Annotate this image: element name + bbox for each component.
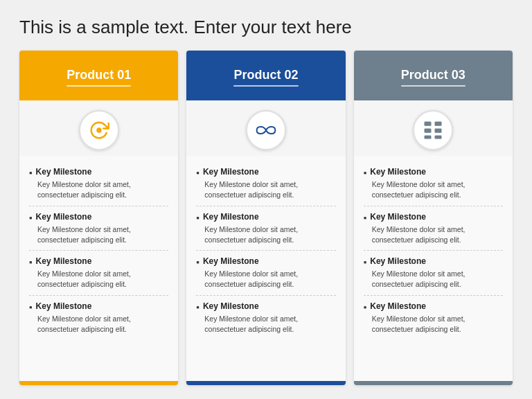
milestone-desc-3-3: Key Milestone dolor sit amet, consectetu…: [364, 269, 503, 290]
milestone-desc-1-4: Key Milestone dolor sit amet, consectetu…: [29, 314, 168, 335]
card-card-03: Product 03 ▪Key MilestoneKey Milestone d…: [354, 51, 513, 385]
svg-rect-3: [425, 129, 432, 133]
list-item: ▪Key MilestoneKey Milestone dolor sit am…: [364, 251, 503, 295]
list-item: ▪Key MilestoneKey Milestone dolor sit am…: [364, 296, 503, 339]
card-title-1: Product 01: [66, 68, 131, 87]
svg-rect-4: [435, 129, 442, 133]
milestone-title-1-4: Key Milestone: [36, 301, 92, 311]
bullet-icon: ▪: [29, 168, 33, 178]
milestone-desc-1-2: Key Milestone dolor sit amet, consectetu…: [29, 224, 168, 245]
bullet-icon: ▪: [364, 213, 367, 223]
milestone-desc-2-3: Key Milestone dolor sit amet, consectetu…: [196, 269, 335, 290]
bullet-icon: ▪: [196, 168, 200, 178]
milestone-header-2-2: ▪Key Milestone: [196, 212, 335, 223]
list-item: ▪Key MilestoneKey Milestone dolor sit am…: [196, 161, 335, 206]
list-item: ▪Key MilestoneKey Milestone dolor sit am…: [196, 296, 335, 339]
cards-container: Product 01 ▪Key MilestoneKey Milestone d…: [19, 51, 513, 385]
card-card-02: Product 02 ▪Key MilestoneKey Milestone d…: [186, 51, 345, 385]
svg-rect-2: [435, 122, 442, 126]
milestone-desc-3-1: Key Milestone dolor sit amet, consectetu…: [364, 179, 503, 200]
card-card-01: Product 01 ▪Key MilestoneKey Milestone d…: [19, 51, 178, 385]
list-item: ▪Key MilestoneKey Milestone dolor sit am…: [29, 296, 168, 339]
list-item: ▪Key MilestoneKey Milestone dolor sit am…: [29, 161, 168, 206]
svg-rect-1: [425, 122, 432, 126]
bullet-icon: ▪: [364, 168, 367, 178]
bullet-icon: ▪: [196, 213, 200, 223]
card-header-1: Product 01: [19, 51, 178, 100]
milestone-title-3-3: Key Milestone: [370, 256, 426, 266]
grid-icon: [413, 110, 453, 150]
milestone-header-2-1: ▪Key Milestone: [196, 167, 335, 178]
list-item: ▪Key MilestoneKey Milestone dolor sit am…: [196, 251, 335, 295]
list-item: ▪Key MilestoneKey Milestone dolor sit am…: [364, 206, 503, 251]
card-title-3: Product 03: [401, 68, 466, 87]
bullet-icon: ▪: [364, 257, 367, 267]
milestone-title-2-1: Key Milestone: [203, 167, 259, 177]
card-icon-area-1: [19, 100, 178, 156]
milestone-header-1-3: ▪Key Milestone: [29, 256, 168, 267]
bullet-icon: ▪: [364, 302, 367, 312]
bullet-icon: ▪: [196, 302, 200, 312]
milestone-desc-1-3: Key Milestone dolor sit amet, consectetu…: [29, 269, 168, 290]
svg-point-0: [96, 127, 102, 133]
list-item: ▪Key MilestoneKey Milestone dolor sit am…: [29, 206, 168, 251]
milestone-title-1-2: Key Milestone: [36, 212, 92, 222]
infinity-icon: [246, 110, 286, 150]
milestone-desc-2-1: Key Milestone dolor sit amet, consectetu…: [196, 179, 335, 200]
milestone-header-3-3: ▪Key Milestone: [364, 256, 503, 267]
bullet-icon: ▪: [29, 257, 33, 267]
card-icon-area-2: [186, 100, 345, 156]
bullet-icon: ▪: [29, 213, 33, 223]
list-item: ▪Key MilestoneKey Milestone dolor sit am…: [364, 161, 503, 206]
card-body-3: ▪Key MilestoneKey Milestone dolor sit am…: [354, 156, 513, 381]
milestone-header-2-4: ▪Key Milestone: [196, 301, 335, 312]
milestone-title-3-1: Key Milestone: [370, 167, 426, 177]
milestone-title-2-4: Key Milestone: [203, 301, 259, 311]
milestone-desc-2-2: Key Milestone dolor sit amet, consectetu…: [196, 224, 335, 245]
milestone-desc-1-1: Key Milestone dolor sit amet, consectetu…: [29, 179, 168, 200]
milestone-header-3-2: ▪Key Milestone: [364, 212, 503, 223]
milestone-header-1-2: ▪Key Milestone: [29, 212, 168, 223]
card-title-2: Product 02: [233, 68, 298, 87]
milestone-title-1-3: Key Milestone: [36, 256, 92, 266]
bullet-icon: ▪: [29, 302, 33, 312]
card-footer-bar-2: [186, 381, 345, 385]
list-item: ▪Key MilestoneKey Milestone dolor sit am…: [29, 251, 168, 295]
milestone-header-1-1: ▪Key Milestone: [29, 167, 168, 178]
svg-rect-6: [435, 136, 442, 139]
milestone-title-3-4: Key Milestone: [370, 301, 426, 311]
card-icon-area-3: [354, 100, 513, 156]
milestone-header-2-3: ▪Key Milestone: [196, 256, 335, 267]
milestone-desc-3-2: Key Milestone dolor sit amet, consectetu…: [364, 224, 503, 245]
milestone-title-2-3: Key Milestone: [203, 256, 259, 266]
milestone-header-3-4: ▪Key Milestone: [364, 301, 503, 312]
card-body-2: ▪Key MilestoneKey Milestone dolor sit am…: [186, 156, 345, 381]
milestone-header-3-1: ▪Key Milestone: [364, 167, 503, 178]
milestone-desc-3-4: Key Milestone dolor sit amet, consectetu…: [364, 314, 503, 335]
bullet-icon: ▪: [196, 257, 200, 267]
svg-rect-5: [425, 136, 432, 139]
page-title: This is a sample text. Enter your text h…: [19, 17, 513, 38]
milestone-desc-2-4: Key Milestone dolor sit amet, consectetu…: [196, 314, 335, 335]
card-body-1: ▪Key MilestoneKey Milestone dolor sit am…: [19, 156, 178, 381]
milestone-header-1-4: ▪Key Milestone: [29, 301, 168, 312]
card-header-2: Product 02: [186, 51, 345, 100]
card-header-3: Product 03: [354, 51, 513, 100]
milestone-title-3-2: Key Milestone: [370, 212, 426, 222]
milestone-title-1-1: Key Milestone: [36, 167, 92, 177]
card-footer-bar-3: [354, 381, 513, 385]
milestone-title-2-2: Key Milestone: [203, 212, 259, 222]
refresh-icon: [79, 110, 119, 150]
list-item: ▪Key MilestoneKey Milestone dolor sit am…: [196, 206, 335, 251]
card-footer-bar-1: [19, 381, 178, 385]
